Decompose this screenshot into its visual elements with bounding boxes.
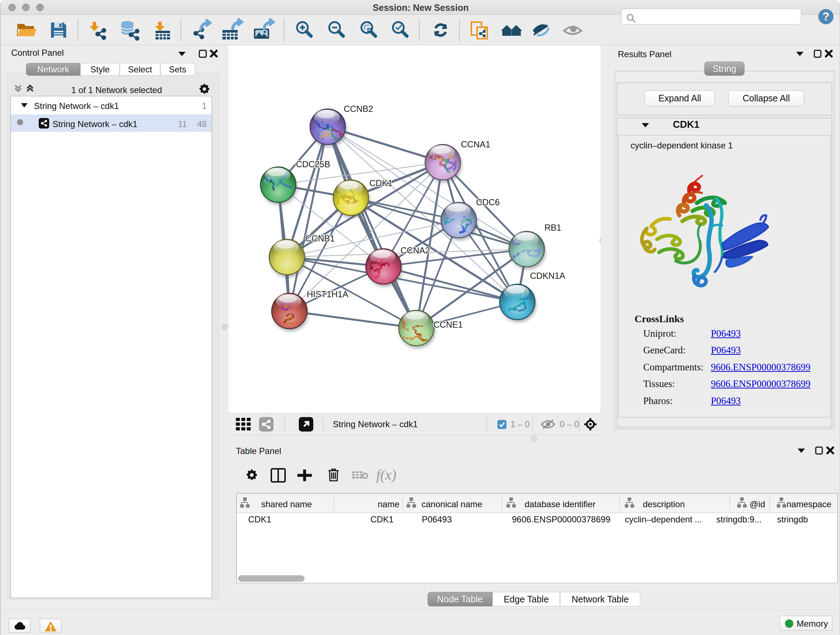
svg-text:CDC6: CDC6 bbox=[476, 197, 500, 207]
svg-text:RB1: RB1 bbox=[545, 223, 561, 233]
svg-text:CCNA2: CCNA2 bbox=[401, 245, 430, 255]
svg-text:CDK1: CDK1 bbox=[369, 178, 393, 188]
svg-text:CDKN1A: CDKN1A bbox=[530, 271, 565, 280]
svg-text:HIST1H1A: HIST1H1A bbox=[307, 289, 348, 299]
svg-text:CCNB2: CCNB2 bbox=[344, 104, 373, 114]
svg-text:CCNE1: CCNE1 bbox=[433, 320, 463, 329]
svg-text:CCNB1: CCNB1 bbox=[305, 233, 335, 243]
svg-text:CDC25B: CDC25B bbox=[296, 159, 330, 169]
svg-text:CCNA1: CCNA1 bbox=[461, 139, 490, 149]
